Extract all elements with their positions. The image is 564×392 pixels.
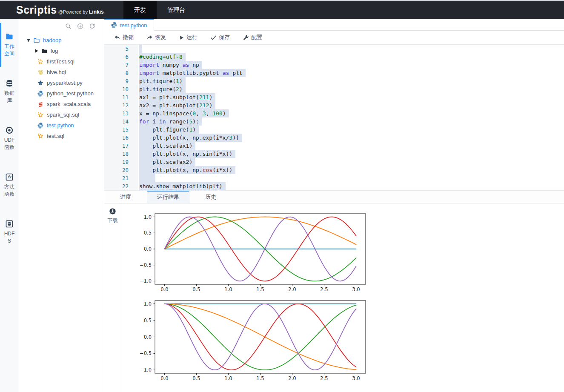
- redo-button[interactable]: 恢复: [146, 34, 166, 41]
- line-number: 11: [104, 93, 129, 101]
- run-button[interactable]: 运行: [179, 34, 198, 41]
- code-line[interactable]: plt.sca(ax2): [139, 158, 564, 166]
- editor-tabbar: test.python: [104, 19, 564, 31]
- line-number: 16: [104, 134, 129, 142]
- database-icon: [5, 79, 14, 88]
- config-button[interactable]: 配置: [243, 34, 262, 41]
- selected-code: plt.sca(ax2): [139, 158, 195, 166]
- svg-text:0.5: 0.5: [144, 318, 152, 323]
- svg-text:−0.5: −0.5: [140, 262, 152, 268]
- selected-code: ax1 = plt.subplot(211): [139, 93, 215, 101]
- code-line[interactable]: import matplotlib.pyplot as plt: [139, 69, 564, 77]
- tree-item-hive-hql[interactable]: hive.hql: [19, 67, 104, 77]
- sidebar-item-database[interactable]: 数据库: [0, 77, 19, 123]
- tree-item-test-sql[interactable]: test.sql: [19, 131, 104, 141]
- code-line[interactable]: plt.figure(1): [139, 77, 564, 85]
- editor-tab-label: test.python: [120, 22, 147, 29]
- tree-item-log[interactable]: log: [19, 46, 104, 56]
- line-number: 13: [104, 109, 129, 117]
- tree-item-pysparktest-py[interactable]: pysparktest.py: [19, 77, 104, 88]
- selected-code: [139, 174, 155, 182]
- matplotlib-figure-1: 0.00.51.01.52.02.53.01.00.50.0−0.5−1.0: [129, 211, 374, 296]
- line-number: 12: [104, 101, 129, 109]
- line-number: 21: [104, 174, 129, 182]
- editor-gutter: 5678910111213141516171819202122: [104, 45, 138, 190]
- main-area: 工作空间数据库UDF函数fx方法函数HDFS hadooplogfirstTes…: [0, 19, 564, 392]
- tree-item-firsttest-sql[interactable]: firstTest.sql: [19, 56, 104, 67]
- svg-text:2.0: 2.0: [288, 286, 296, 292]
- tree-item-test-python[interactable]: test.python: [19, 120, 104, 131]
- code-line[interactable]: #coding=utf-8: [139, 53, 564, 61]
- line-number: 20: [104, 166, 129, 174]
- selected-code: show.show_matplotlib(plt): [139, 182, 226, 190]
- line-number: 14: [104, 117, 129, 126]
- method-fn-icon: fx: [5, 173, 14, 181]
- linkis-brand: Linkis: [89, 9, 104, 15]
- add-icon[interactable]: [77, 23, 83, 29]
- python-icon: [37, 90, 44, 97]
- code-line[interactable]: plt.sca(ax1): [139, 142, 564, 150]
- sql-star-icon: [37, 133, 44, 140]
- svg-text:1.5: 1.5: [256, 375, 264, 381]
- file-tree-toolbar: [19, 19, 104, 33]
- undo-label: 撤销: [123, 34, 134, 41]
- code-line[interactable]: show.show_matplotlib(plt): [139, 182, 564, 190]
- code-line[interactable]: plt.figure(1): [139, 126, 564, 134]
- line-number: 18: [104, 150, 129, 158]
- run-icon: [179, 35, 184, 40]
- caret-collapsed-icon[interactable]: [34, 49, 39, 53]
- tree-item-label: pysparktest.py: [47, 80, 83, 86]
- result-tab-progress[interactable]: 进度: [104, 191, 147, 203]
- line-number: 6: [104, 53, 129, 61]
- result-tab-history[interactable]: 历史: [189, 191, 232, 203]
- code-line[interactable]: import numpy as np: [139, 61, 564, 69]
- save-button[interactable]: 保存: [210, 34, 230, 41]
- nav-item-console[interactable]: 管理台: [157, 1, 196, 19]
- refresh-icon[interactable]: [89, 23, 95, 29]
- tree-item-label: hadoop: [43, 37, 61, 43]
- code-line[interactable]: x = np.linspace(0, 3, 100): [139, 109, 564, 117]
- code-line[interactable]: [139, 174, 564, 182]
- redo-label: 恢复: [155, 34, 166, 41]
- selected-code: #coding=utf-8: [139, 53, 186, 61]
- tree-item-hadoop[interactable]: hadoop: [19, 35, 104, 46]
- undo-button[interactable]: 撤销: [114, 34, 134, 41]
- download-button[interactable]: 下载: [108, 208, 118, 224]
- code-line[interactable]: [139, 45, 564, 53]
- code-line[interactable]: plt.plot(x, np.sin(i*x)): [139, 150, 564, 158]
- hdfs-icon: [5, 220, 14, 228]
- code-editor[interactable]: 5678910111213141516171819202122 #coding=…: [104, 45, 564, 190]
- sidebar-item-hdfs[interactable]: HDFS: [0, 217, 19, 264]
- tree-item-label: test.python: [47, 122, 74, 129]
- tree-item-spark-scala-scala[interactable]: spark_scala.scala: [19, 99, 104, 109]
- sidebar-item-udf[interactable]: UDF函数: [0, 123, 19, 170]
- result-side-strip: 下载: [104, 203, 121, 392]
- svg-text:1.5: 1.5: [256, 286, 264, 292]
- scala-icon: [37, 101, 44, 108]
- logo-text: Scriptis: [16, 4, 57, 16]
- selected-code: plt.figure(1): [139, 126, 199, 134]
- tree-item-python-test-python[interactable]: python_test.python: [19, 88, 104, 99]
- code-line[interactable]: for i in range(5):: [139, 117, 564, 126]
- sidebar-item-method-fn[interactable]: fx方法函数: [0, 170, 19, 217]
- search-icon[interactable]: [65, 23, 72, 29]
- code-line[interactable]: ax1 = plt.subplot(211): [139, 93, 564, 101]
- result-tab-result[interactable]: 运行结果: [147, 191, 189, 203]
- caret-expanded-icon[interactable]: [26, 38, 31, 43]
- tree-item-spark-sql-sql[interactable]: spark_sql.sql: [19, 109, 104, 120]
- svg-text:1.0: 1.0: [224, 286, 232, 292]
- download-icon: [109, 208, 116, 215]
- main-nav: 开发管理台: [123, 1, 196, 19]
- svg-text:−0.5: −0.5: [140, 350, 152, 356]
- sidebar-item-workspace[interactable]: 工作空间: [0, 30, 19, 77]
- save-icon: [210, 34, 217, 41]
- code-line[interactable]: ax2 = plt.subplot(212): [139, 101, 564, 109]
- code-line[interactable]: plt.figure(2): [139, 85, 564, 93]
- editor-tab-test-python[interactable]: test.python: [104, 19, 154, 31]
- editor-code-area[interactable]: #coding=utf-8import numpy as npimport ma…: [138, 45, 564, 190]
- nav-item-dev[interactable]: 开发: [123, 1, 157, 19]
- code-line[interactable]: plt.plot(x, np.exp(i*x/3)): [139, 134, 564, 142]
- svg-text:3.0: 3.0: [352, 286, 360, 292]
- selected-code: import matplotlib.pyplot as plt: [139, 69, 246, 77]
- code-line[interactable]: plt.plot(x, np.cos(i*x)): [139, 166, 564, 174]
